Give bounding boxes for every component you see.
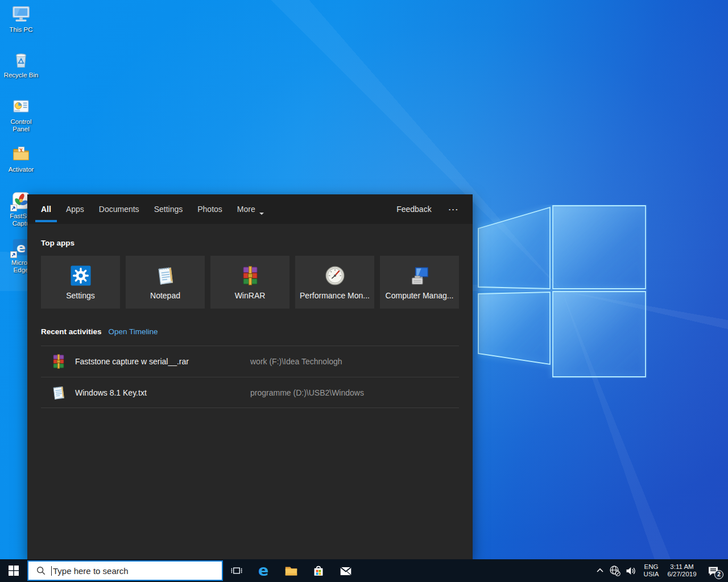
activator-folder-icon [10,143,32,165]
desktop-icon-label: Control [1,118,41,126]
volume-button[interactable] [623,559,639,582]
language-line2: USIA [644,571,659,579]
windows-start-icon [9,566,19,576]
svg-text:e: e [258,563,268,579]
desktop-icon-control-panel[interactable]: Control Panel [1,95,41,133]
recent-activities-list: Faststone capture w serial__.rar work (F… [41,346,459,408]
microsoft-store-button[interactable] [305,559,332,582]
shortcut-arrow-icon [10,251,17,258]
network-status-button[interactable] [607,559,623,582]
recent-item-title: Windows 8.1 Key.txt [75,388,250,397]
tray-expand-button[interactable] [593,559,607,582]
computer-management-icon [408,264,431,287]
tile-label: Notepad [150,291,180,300]
desktop-icon-recycle-bin[interactable]: Recycle Bin [1,49,41,79]
winrar-icon [239,264,262,287]
recent-item-path: work (F:)\Idea Technologh [250,357,342,366]
desktop-icon-label: This PC [1,26,41,34]
file-explorer-icon [284,563,299,578]
language-line1: ENG [644,563,659,571]
chevron-up-icon [595,566,605,575]
taskbar: e [0,559,728,582]
recent-item-rar[interactable]: Faststone capture w serial__.rar work (F… [41,346,459,377]
tile-winrar[interactable]: WinRAR [210,256,289,309]
tab-apps[interactable]: Apps [66,194,84,224]
tile-label: Computer Manag... [386,291,454,300]
notification-badge: 2 [714,570,723,579]
search-input[interactable] [52,566,205,576]
tile-notepad[interactable]: Notepad [126,256,205,309]
tab-more-label: More [237,205,255,214]
search-flyout-panel: All Apps Documents Settings Photos More … [27,194,473,559]
desktop-icon-activator[interactable]: Activator [1,143,41,173]
globe-no-internet-icon [609,564,621,577]
language-indicator[interactable]: ENG USIA [639,559,663,582]
store-icon [311,563,326,578]
performance-monitor-icon [324,264,346,287]
task-view-button[interactable] [223,559,250,582]
tab-photos[interactable]: Photos [197,194,222,224]
tile-computer-management[interactable]: Computer Manag... [380,256,459,309]
file-explorer-button[interactable] [278,559,305,582]
tile-label: WinRAR [235,291,266,300]
clock[interactable]: 3:11 AM 6/27/2019 [663,559,701,582]
notepad-icon [50,384,67,401]
open-timeline-link[interactable]: Open Timeline [109,327,158,336]
time-text: 3:11 AM [667,563,696,571]
tile-label: Performance Mon... [300,291,370,300]
recycle-bin-icon [10,49,32,70]
tile-settings[interactable]: Settings [41,256,120,309]
desktop-icon-label: Activator [1,166,41,173]
task-view-icon [230,564,243,577]
tab-documents[interactable]: Documents [99,194,139,224]
windows-logo-wallpaper [478,205,647,379]
taskbar-search-box[interactable] [27,560,223,581]
recent-item-title: Faststone capture w serial__.rar [75,357,250,366]
shortcut-arrow-icon [10,205,17,211]
date-text: 6/27/2019 [667,571,696,579]
search-icon [36,566,46,576]
desktop-icon-label-line2: Panel [1,126,41,133]
mail-button[interactable] [332,559,359,582]
tab-all[interactable]: All [41,194,51,224]
this-pc-icon [10,3,32,25]
settings-gear-icon [69,264,92,287]
winrar-icon [50,353,67,370]
recent-item-path: programme (D:)\USB2\Windows [250,388,364,397]
control-panel-icon [10,95,32,117]
mail-icon [338,563,353,578]
recent-activities-heading: Recent activities [41,327,102,336]
recent-item-txt[interactable]: Windows 8.1 Key.txt programme (D:)\USB2\… [41,377,459,408]
start-button[interactable] [0,559,27,582]
tile-label: Settings [66,291,95,300]
edge-taskbar-button[interactable]: e [250,559,278,582]
speaker-icon [624,564,638,577]
tile-performance-monitor[interactable]: Performance Mon... [295,256,374,309]
top-apps-tiles: Settings Notepad WinRAR Performance Mon.… [41,256,459,309]
top-apps-heading: Top apps [41,224,459,247]
feedback-button[interactable]: Feedback [396,205,431,214]
action-center-button[interactable]: 2 [701,559,726,582]
system-tray: ENG USIA 3:11 AM 6/27/2019 2 [593,559,728,582]
tab-settings[interactable]: Settings [154,194,183,224]
desktop-icon-this-pc[interactable]: This PC [1,3,41,34]
tab-more[interactable]: More [237,194,264,224]
chevron-down-icon [259,213,264,217]
edge-icon: e [256,563,272,579]
search-tabs-bar: All Apps Documents Settings Photos More … [27,194,473,224]
desktop-icon-label: Recycle Bin [1,72,41,79]
overflow-menu-button[interactable]: ... [449,203,459,212]
notepad-icon [154,264,177,287]
